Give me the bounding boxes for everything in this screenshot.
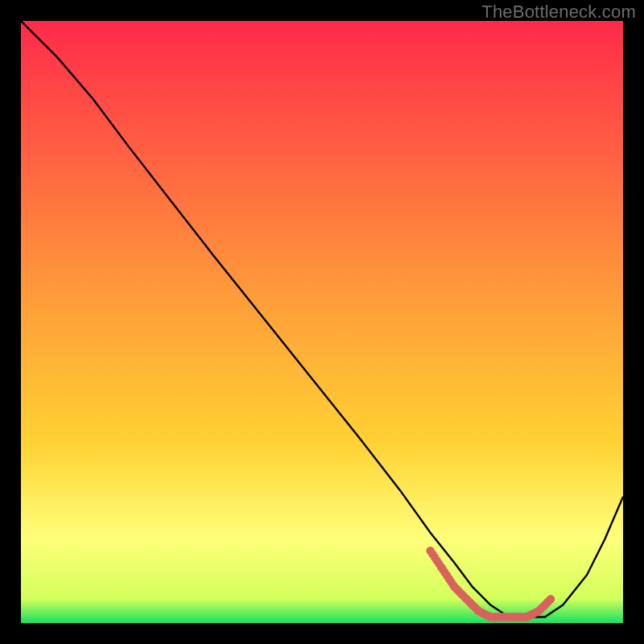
watermark-text: TheBottleneck.com xyxy=(481,2,636,23)
optimal-range-dot xyxy=(547,595,555,603)
gradient-background xyxy=(21,21,623,623)
plot-area xyxy=(21,21,623,623)
chart-frame: TheBottleneck.com xyxy=(0,0,644,644)
bottleneck-chart xyxy=(21,21,623,623)
